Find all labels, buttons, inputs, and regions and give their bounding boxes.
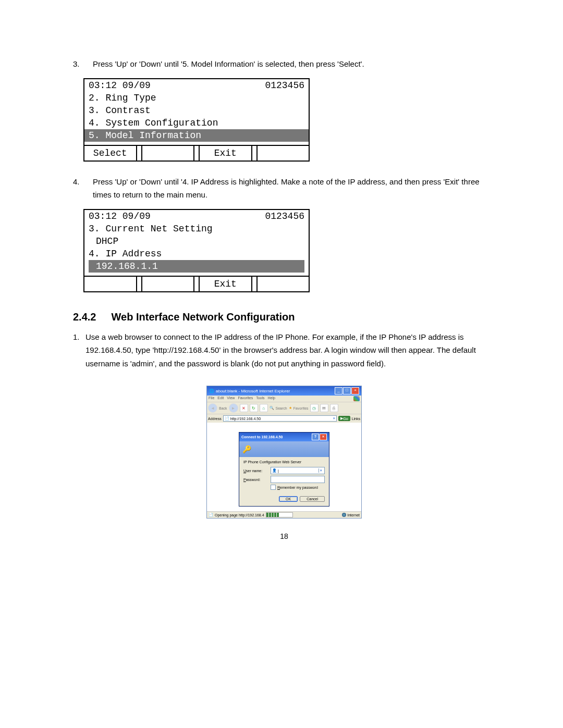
lcd2-item-ip-address-label: 4. IP Address [89, 249, 162, 259]
softkey-blank-1 [142, 146, 195, 161]
lcd1-item-contrast: 3. Contrast [89, 105, 151, 116]
section-heading: 2.4.2 Web Interface Network Configuratio… [73, 311, 495, 323]
section-num: 2.4.2 [73, 311, 108, 323]
dialog-banner: 🔑 [239, 441, 329, 457]
stop-button[interactable]: ✕ [240, 404, 248, 412]
lcd2-time: 03:12 09/09 [89, 211, 265, 221]
ok-button[interactable]: OK [279, 496, 298, 502]
softkey-exit[interactable]: Exit [200, 146, 252, 161]
step-3-num: 3. [73, 57, 93, 71]
lcd-screen-ip-address: 03:12 09/09 0123456 3. Current Net Setti… [83, 209, 310, 292]
softkey-blank-2 [258, 146, 309, 161]
password-input[interactable] [271, 476, 325, 483]
ie-status-bar: 📄 Opening page http://192.168.4 Internet [207, 511, 361, 518]
print-button[interactable]: ⎙ [330, 404, 338, 412]
username-dropdown-icon[interactable]: ▾ [319, 468, 323, 473]
lcd2-item-current-net: 3. Current Net Setting [89, 224, 213, 234]
forward-button[interactable]: ► [229, 403, 238, 413]
username-input[interactable]: 👤 | ▾ [271, 467, 325, 474]
cancel-button[interactable]: Cancel [300, 496, 325, 502]
menu-tools[interactable]: Tools [256, 396, 264, 401]
lcd2-item-ip-value: 192.168.1.1 [96, 261, 158, 272]
menu-view[interactable]: View [227, 396, 235, 401]
section-title: Web Interface Network Configuration [112, 311, 295, 323]
go-button[interactable]: ▶ Go [338, 416, 350, 421]
zone-icon [342, 513, 346, 517]
progress-bar [266, 512, 293, 517]
web-step-1-num: 1. [73, 330, 85, 371]
dialog-titlebar: Connect to 192.168.4.50 ? × [239, 433, 329, 441]
search-label[interactable]: Search [276, 406, 287, 410]
lcd-screen-model-info: 03:12 09/09 0123456 2. Ring Type 3. Cont… [83, 78, 310, 162]
status-text: Opening page http://192.168.4 [215, 513, 264, 517]
remember-password-checkbox[interactable]: Remember my password [271, 485, 325, 490]
keys-icon: 🔑 [242, 445, 251, 453]
address-value: http://192.168.4.50 [230, 417, 261, 421]
web-step-1: 1. Use a web browser to connect to the I… [73, 330, 495, 371]
ie-title-text: about:blank - Microsoft Internet Explore… [214, 389, 334, 393]
dialog-close-button[interactable]: × [320, 434, 327, 440]
history-button[interactable]: ◷ [310, 404, 319, 412]
lcd1-item-ring-type: 2. Ring Type [89, 93, 156, 103]
page-number: 18 [73, 532, 495, 540]
dialog-help-button[interactable]: ? [312, 434, 319, 440]
lcd2-softkeys: Exit [84, 276, 309, 291]
lcd1-softkeys: Select Exit [84, 145, 309, 161]
zone-label: Internet [347, 513, 360, 517]
favorites-icon[interactable]: ★ [289, 406, 292, 410]
mail-button[interactable]: ✉ [320, 404, 328, 412]
lcd2-item-dhcp: DHCP [96, 236, 118, 246]
lcd1-number: 0123456 [265, 80, 304, 91]
username-label: User name: [243, 469, 268, 473]
back-button[interactable]: ◄ [208, 403, 217, 413]
remember-label: Remember my password [277, 486, 318, 489]
refresh-button[interactable]: ↻ [250, 404, 258, 412]
ie-menubar: File Edit View Favorites Tools Help [207, 396, 361, 402]
menu-edit[interactable]: Edit [217, 396, 224, 401]
search-icon[interactable]: 🔍 [270, 406, 274, 410]
address-dropdown-icon[interactable]: ▾ [333, 416, 335, 421]
back-label: Back [219, 406, 227, 410]
checkbox-icon [271, 485, 276, 490]
ie-address-bar: Address 📄 http://192.168.4.50 ▾ ▶ Go Lin… [207, 414, 361, 423]
lcd1-item-sysconfig: 4. System Configuration [89, 118, 218, 128]
step-3: 3. Press 'Up' or 'Down' until '5. Model … [73, 57, 495, 71]
step-4-num: 4. [73, 175, 93, 202]
step-4: 4. Press 'Up' or 'Down' until '4. IP Add… [73, 175, 495, 202]
ie-content-area: Connect to 192.168.4.50 ? × 🔑 IP Phone C… [207, 423, 361, 511]
home-button[interactable]: ⌂ [260, 404, 268, 412]
dialog-title: Connect to 192.168.4.50 [241, 435, 311, 439]
favorites-label[interactable]: Favorites [293, 406, 309, 410]
softkey-blank-3 [84, 277, 137, 291]
lcd1-item-model-info: 5. Model Information [89, 130, 201, 141]
lcd2-number: 0123456 [265, 211, 304, 221]
softkey-blank-5 [258, 277, 309, 291]
address-label: Address [208, 417, 222, 421]
menu-file[interactable]: File [209, 396, 214, 401]
step-3-text: Press 'Up' or 'Down' until '5. Model Inf… [93, 57, 495, 71]
ie-toolbar: ◄ Back ► ✕ ↻ ⌂ 🔍Search ★Favorites ◷ ✉ ⎙ [207, 402, 361, 414]
windows-logo-icon [353, 396, 360, 401]
step-4-text: Press 'Up' or 'Down' until '4. IP Addres… [93, 175, 495, 202]
minimize-button[interactable]: _ [335, 387, 342, 394]
password-label: Password: [243, 478, 268, 482]
login-dialog: Connect to 192.168.4.50 ? × 🔑 IP Phone C… [239, 432, 329, 507]
ie-app-icon: 🌐 [209, 389, 214, 393]
menu-help[interactable]: Help [268, 396, 275, 401]
close-button[interactable]: × [351, 387, 359, 394]
ie-titlebar: 🌐 about:blank - Microsoft Internet Explo… [207, 386, 361, 396]
page-icon: 📄 [225, 416, 229, 421]
softkey-exit-2[interactable]: Exit [200, 277, 252, 291]
menu-favorites[interactable]: Favorites [238, 396, 253, 401]
softkey-select[interactable]: Select [84, 146, 137, 161]
user-icon: 👤 [272, 468, 277, 473]
lcd1-time: 03:12 09/09 [89, 80, 265, 91]
softkey-blank-4 [142, 277, 195, 291]
page-status-icon: 📄 [209, 513, 213, 517]
dialog-realm: IP Phone Configuration Web Server [243, 460, 325, 464]
maximize-button[interactable]: □ [343, 387, 351, 394]
ie-screenshot: 🌐 about:blank - Microsoft Internet Explo… [206, 386, 362, 519]
web-step-1-text: Use a web browser to connect to the IP a… [85, 330, 495, 371]
links-label[interactable]: Links [352, 417, 360, 421]
address-input[interactable]: 📄 http://192.168.4.50 ▾ [223, 415, 337, 422]
